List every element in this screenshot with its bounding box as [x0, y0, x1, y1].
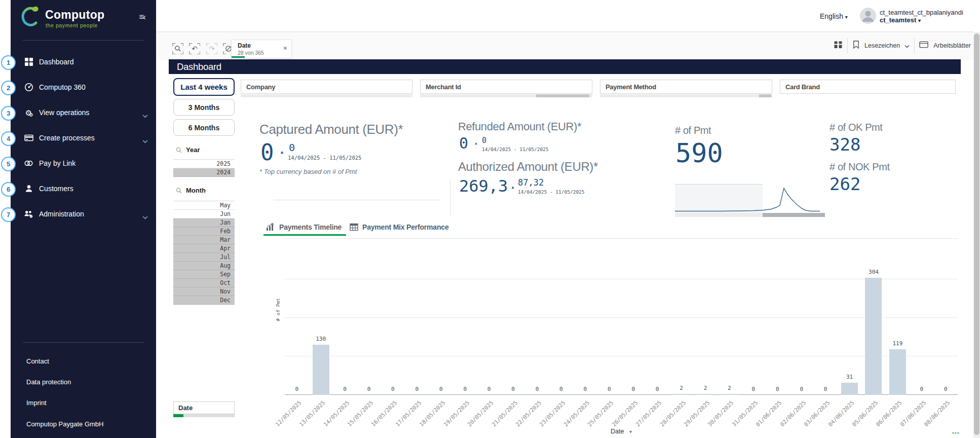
last-4-weeks-button[interactable]: Last 4 weeks: [173, 78, 235, 96]
month-option[interactable]: Feb: [173, 227, 235, 236]
redo-selection-icon: ↷: [206, 43, 217, 54]
sidebar-item-customers[interactable]: Customers: [11, 176, 156, 201]
refunded-range: 14/04/2025 - 11/05/2025: [482, 147, 549, 152]
chart-slot: 2: [718, 243, 741, 395]
chart-slot: 0: [405, 243, 429, 395]
bar-30/05/2025[interactable]: [721, 394, 738, 395]
undo-selection-icon[interactable]: ↶: [189, 43, 200, 54]
filter-field-scroll-thumb[interactable]: [536, 94, 589, 97]
month-option[interactable]: Oct: [173, 279, 235, 287]
bar-06/06/2025[interactable]: [889, 349, 906, 395]
bar-value-label: 0: [597, 386, 621, 392]
bar-value-label: 2: [669, 385, 693, 391]
six-months-button[interactable]: 6 Months: [173, 119, 235, 136]
bar-value-label: 31: [838, 374, 861, 380]
bookmark-icon: [852, 40, 860, 51]
chevron-down-icon[interactable]: [904, 41, 910, 50]
page-scrollbar-track[interactable]: [973, 32, 980, 438]
sheets-dropdown[interactable]: Arbeitsblätter: [933, 42, 971, 49]
chart-slot: 2: [669, 243, 693, 395]
language-selector[interactable]: English ▾: [820, 12, 848, 20]
username-short: ct_teamtest: [880, 16, 916, 24]
chart-slot: 0: [549, 243, 573, 395]
chevron-down-icon[interactable]: [142, 212, 148, 222]
sidebar-item-label: Dashboard: [39, 58, 74, 66]
annotation-badge-3: 3: [1, 106, 16, 121]
chart-slot: 0: [741, 243, 765, 395]
chart-x-axis-title[interactable]: Date ▾: [285, 426, 958, 435]
sparkline-range-thumb[interactable]: [763, 213, 825, 217]
search-selections-icon[interactable]: [172, 43, 183, 54]
annotation-badge-7: 7: [1, 207, 16, 222]
sidebar-item-administration[interactable]: Administration: [11, 201, 156, 227]
username-full: ct_teamtest_ct_bpalaniyandi: [880, 9, 963, 16]
month-option[interactable]: Apr: [173, 244, 235, 253]
chart-slot: 0: [381, 243, 405, 395]
date-selection-chip[interactable]: Date 28 von 365 ×: [231, 40, 292, 58]
month-option[interactable]: Nov: [173, 287, 235, 296]
annotation-badge-4: 4: [1, 131, 16, 146]
search-icon: [175, 187, 182, 194]
sidebar-item-dashboard[interactable]: Dashboard: [11, 49, 156, 75]
toolbar-separator: [914, 38, 915, 53]
chart-x-tick-labels: 12/05/202513/05/202514/05/202515/05/2025…: [285, 395, 958, 431]
sidebar-item-view-operations[interactable]: ⚙⚙View operations: [11, 100, 156, 125]
chart-menu-icon[interactable]: ⋯: [952, 428, 960, 437]
bar-value-label: 2: [718, 385, 741, 391]
num-nok-pmt-title: # of NOK Pmt: [830, 161, 890, 173]
bar-value-label: 0: [333, 386, 357, 392]
year-listbox-header[interactable]: Year: [175, 146, 200, 154]
month-option[interactable]: Dec: [173, 296, 235, 305]
sidebar-item-computop-360[interactable]: Computop 360: [11, 75, 156, 100]
month-option[interactable]: Jul: [173, 253, 235, 262]
footer-link-contact[interactable]: Contact: [26, 357, 49, 365]
bookmarks-dropdown[interactable]: Lesezeichen: [864, 42, 900, 49]
sidebar-item-create-processes[interactable]: Create processes: [11, 125, 156, 151]
bar-28/05/2025[interactable]: [673, 394, 690, 395]
user-menu[interactable]: ct_teamtest ▾: [880, 16, 921, 24]
sparkline-range-slider[interactable]: [675, 213, 825, 217]
annotation-badge-2: 2: [1, 81, 16, 95]
num-ok-pmt-value: 328: [830, 136, 860, 153]
year-option[interactable]: 2025: [173, 160, 235, 168]
sidebar-item-pay-by-link[interactable]: Pay by Link: [11, 151, 156, 176]
month-option[interactable]: May: [173, 201, 235, 210]
toolbar-separator: [847, 38, 848, 53]
sidebar-collapse-icon[interactable]: ≡‹: [139, 12, 145, 22]
year-option[interactable]: 2024: [173, 168, 235, 177]
three-months-button[interactable]: 3 Months: [173, 99, 235, 116]
chip-title: Date: [238, 42, 251, 49]
tab-payments-timeline[interactable]: Payments Timeline: [266, 223, 342, 231]
month-option[interactable]: Jan: [173, 218, 235, 227]
page-scrollbar-thumb[interactable]: [974, 33, 979, 435]
bar-29/05/2025[interactable]: [697, 394, 713, 395]
chevron-down-icon[interactable]: [142, 136, 148, 145]
filter-field-merchant-id[interactable]: Merchant Id: [420, 80, 592, 94]
month-option[interactable]: Mar: [173, 236, 235, 244]
footer-link-computop-paygate-gmbh[interactable]: Computop Paygate GmbH: [26, 420, 103, 428]
footer-link-imprint[interactable]: Imprint: [26, 399, 47, 407]
bar-chart-icon: [266, 223, 275, 231]
bar-05/06/2025[interactable]: [865, 278, 882, 395]
tab-payment-mix-performance[interactable]: Payment Mix Performance: [350, 223, 448, 231]
chevron-down-icon[interactable]: [142, 111, 148, 120]
filter-field-scroll-track: [241, 94, 412, 97]
bar-04/06/2025[interactable]: [841, 383, 858, 395]
bar-13/05/2025[interactable]: [313, 345, 329, 395]
avatar[interactable]: [860, 8, 876, 24]
date-filter-box[interactable]: Date: [173, 402, 235, 414]
footer-link-data-protection[interactable]: Data protection: [26, 378, 71, 386]
chart-slot: 0: [525, 243, 549, 395]
month-listbox-header[interactable]: Month: [175, 187, 206, 194]
month-option[interactable]: Sep: [173, 270, 235, 279]
filter-field-payment-method[interactable]: Payment Method: [600, 80, 772, 94]
app-overview-icon[interactable]: [834, 40, 843, 51]
month-option[interactable]: Jun: [173, 210, 235, 218]
authorized-range: 14/04/2025 - 11/05/2025: [518, 189, 585, 195]
close-icon[interactable]: ×: [283, 44, 287, 52]
bar-value-label: 0: [573, 386, 597, 392]
filter-field-scroll-thumb[interactable]: [759, 94, 771, 97]
filter-field-company[interactable]: Company: [241, 80, 412, 94]
filter-field-card-brand[interactable]: Card Brand: [780, 80, 956, 94]
month-option[interactable]: Aug: [173, 262, 235, 270]
